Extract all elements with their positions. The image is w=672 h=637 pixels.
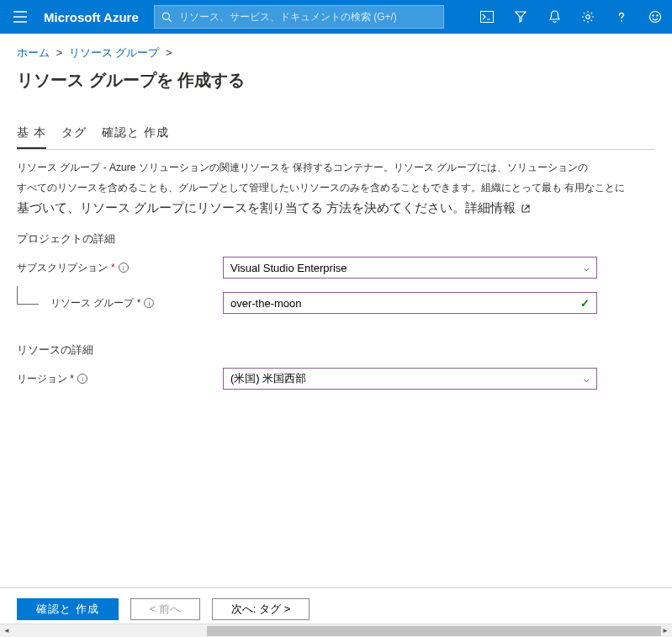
review-create-button[interactable]: 確認と 作成 — [17, 598, 119, 620]
description-line2: すべてのリソースを含めることも、グループとして管理したいリソースのみを含めること… — [0, 180, 672, 200]
description-line1: リソース グループ - Azure ソリューションの関連リソースを 保持するコン… — [0, 160, 672, 180]
tab-basics[interactable]: 基 本 — [17, 125, 46, 149]
resource-group-label: リソース グループ * i — [50, 296, 223, 311]
subscription-label: サブスクリプション* i — [17, 261, 223, 275]
breadcrumb-home[interactable]: ホーム — [17, 46, 50, 59]
svg-point-3 — [650, 12, 661, 23]
info-icon[interactable]: i — [144, 298, 154, 308]
horizontal-scrollbar[interactable]: ◄ ► — [0, 624, 672, 637]
cloud-shell-icon[interactable] — [470, 0, 504, 34]
region-select[interactable]: (米国) 米国西部 ⌵ — [223, 368, 597, 390]
subscription-select[interactable]: Visual Studio Enterprise ⌵ — [223, 257, 597, 279]
breadcrumb: ホーム > リソース グループ > — [0, 34, 672, 66]
page-title: リソース グループを 作成する — [0, 66, 672, 112]
description-line3: 基づいて、リソース グループにリソースを割り当てる 方法を決めてください。詳細情… — [17, 200, 516, 216]
resource-group-input[interactable]: over-the-moon ✓ — [223, 292, 597, 314]
breadcrumb-resource-groups[interactable]: リソース グループ — [69, 46, 160, 59]
directory-filter-icon[interactable] — [504, 0, 537, 34]
notifications-icon[interactable] — [537, 0, 571, 34]
scroll-thumb[interactable] — [207, 626, 661, 636]
tab-tags[interactable]: タグ — [61, 125, 87, 149]
svg-rect-1 — [481, 12, 494, 23]
search-input[interactable] — [179, 11, 437, 23]
brand-label: Microsoft Azure — [40, 10, 154, 24]
chevron-down-icon: ⌵ — [584, 374, 590, 385]
scroll-left-arrow[interactable]: ◄ — [0, 624, 13, 638]
svg-point-0 — [162, 13, 169, 19]
section-resource-details: リソースの詳細 — [0, 342, 672, 364]
checkmark-icon: ✓ — [580, 297, 590, 310]
info-icon[interactable]: i — [119, 263, 129, 273]
svg-point-2 — [586, 15, 590, 19]
settings-icon[interactable] — [571, 0, 605, 34]
menu-button[interactable] — [0, 0, 40, 34]
search-icon — [161, 12, 172, 23]
chevron-down-icon: ⌵ — [584, 263, 590, 273]
help-icon[interactable] — [605, 0, 638, 34]
previous-button: < 前へ — [130, 598, 200, 620]
external-link-icon[interactable] — [521, 204, 531, 214]
next-tags-button[interactable]: 次へ: タグ > — [212, 598, 310, 620]
feedback-icon[interactable] — [638, 0, 672, 34]
tab-review-create[interactable]: 確認と 作成 — [102, 125, 169, 149]
global-search[interactable] — [154, 5, 444, 29]
section-project-details: プロジェクトの詳細 — [0, 231, 672, 253]
region-label: リージョン * i — [17, 372, 223, 386]
info-icon[interactable]: i — [77, 374, 87, 384]
svg-point-4 — [653, 15, 654, 17]
svg-point-5 — [657, 15, 659, 17]
